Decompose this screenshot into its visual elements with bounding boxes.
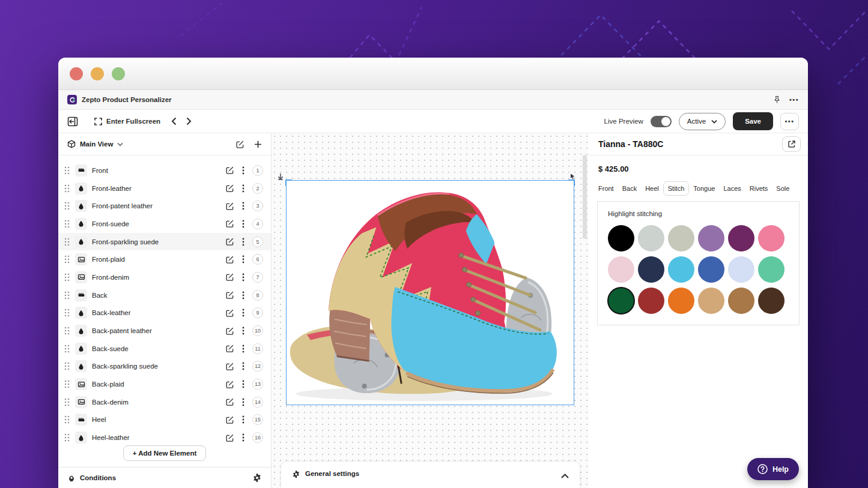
sidebar-item-front-leather[interactable]: Front-leather 2 <box>58 179 271 197</box>
drag-handle-icon[interactable] <box>64 202 70 210</box>
enter-fullscreen-button[interactable]: Enter Fullscreen <box>94 118 160 125</box>
edit-element-button[interactable] <box>225 415 234 424</box>
edit-element-button[interactable] <box>225 327 234 336</box>
element-menu-button[interactable] <box>242 184 244 193</box>
tab-heel[interactable]: Heel <box>641 182 663 195</box>
tab-tongue[interactable]: Tongue <box>689 182 719 195</box>
status-select[interactable]: Active <box>679 113 726 130</box>
pin-icon[interactable] <box>773 95 781 104</box>
tab-sole[interactable]: Sole <box>772 182 794 195</box>
sidebar-item-front[interactable]: Front 1 <box>58 161 271 179</box>
sidebar-item-front-suede[interactable]: Front-suede 4 <box>58 215 271 233</box>
drag-handle-icon[interactable] <box>64 327 70 335</box>
drag-handle-icon[interactable] <box>64 273 70 282</box>
element-menu-button[interactable] <box>242 327 244 335</box>
element-menu-button[interactable] <box>242 220 244 228</box>
drag-handle-icon[interactable] <box>64 309 70 317</box>
swatch-5fc8a0[interactable] <box>758 256 785 283</box>
tab-rivets[interactable]: Rivets <box>745 182 772 195</box>
swatch-6e2762[interactable] <box>728 225 754 252</box>
sidebar-item-back-sparkling-suede[interactable]: Back-sparkling suede 12 <box>58 358 271 376</box>
edit-element-button[interactable] <box>225 344 234 353</box>
add-new-element-button[interactable]: + Add New Element <box>123 445 207 461</box>
element-menu-button[interactable] <box>242 273 244 282</box>
close-window-button[interactable] <box>70 67 83 80</box>
drag-handle-icon[interactable] <box>64 255 70 264</box>
element-menu-button[interactable] <box>242 309 244 317</box>
sidebar-item-back-patent-leather[interactable]: Back-patent leather 10 <box>58 322 271 340</box>
edit-view-button[interactable] <box>235 140 244 149</box>
edit-element-button[interactable] <box>225 380 234 389</box>
swatch-e8731f[interactable] <box>668 288 694 314</box>
sidebar-item-back-leather[interactable]: Back-leather 9 <box>58 304 271 322</box>
view-selector-label[interactable]: Main View <box>80 140 113 148</box>
edit-element-button[interactable] <box>225 219 234 228</box>
element-menu-button[interactable] <box>242 166 244 175</box>
sidebar-item-front-plaid[interactable]: Front-plaid 6 <box>58 250 271 268</box>
sidebar-item-front-patent-leather[interactable]: Front-patent leather 3 <box>58 197 271 215</box>
edit-element-button[interactable] <box>225 362 234 371</box>
drag-handle-icon[interactable] <box>64 398 70 406</box>
swatch-9e2f2f[interactable] <box>638 288 664 314</box>
open-external-button[interactable] <box>782 136 801 152</box>
edit-element-button[interactable] <box>225 184 234 193</box>
element-menu-button[interactable] <box>242 415 244 424</box>
drag-handle-icon[interactable] <box>64 238 70 246</box>
zoom-window-button[interactable] <box>112 67 125 80</box>
edit-element-button[interactable] <box>225 309 234 318</box>
design-canvas[interactable]: General settings <box>272 133 589 488</box>
sidebar-item-back[interactable]: Back 8 <box>58 286 271 304</box>
swatch-0b5c30[interactable] <box>608 288 634 314</box>
help-button[interactable]: Help <box>747 458 799 480</box>
drag-handle-icon[interactable] <box>64 166 70 175</box>
sidebar-item-front-denim[interactable]: Front-denim 7 <box>58 268 271 286</box>
sidebar-item-back-denim[interactable]: Back-denim 14 <box>58 393 271 411</box>
toolbar-more-button[interactable]: ••• <box>780 113 799 130</box>
undo-back-button[interactable] <box>171 117 177 125</box>
general-settings-bar[interactable]: General settings <box>281 461 580 488</box>
element-menu-button[interactable] <box>242 380 244 388</box>
sidebar-item-back-plaid[interactable]: Back-plaid 13 <box>58 375 271 393</box>
live-preview-toggle[interactable] <box>651 116 672 127</box>
sidebar-item-front-sparkling-suede[interactable]: Front-sparkling suede 5 <box>58 233 271 251</box>
drag-handle-icon[interactable] <box>64 220 70 228</box>
element-menu-button[interactable] <box>242 238 244 246</box>
selection-corner-tl[interactable] <box>285 179 292 186</box>
drag-handle-icon[interactable] <box>64 433 70 442</box>
sidebar-item-heel-leather[interactable]: Heel-leather 16 <box>58 429 271 445</box>
tab-back[interactable]: Back <box>618 182 641 195</box>
swatch-4a3020[interactable] <box>758 288 785 314</box>
drag-handle-icon[interactable] <box>64 345 70 353</box>
element-menu-button[interactable] <box>242 291 244 300</box>
element-menu-button[interactable] <box>242 362 244 370</box>
tab-stitch[interactable]: Stitch <box>663 181 690 196</box>
collapse-chevron-icon[interactable] <box>561 470 569 481</box>
swatch-263250[interactable] <box>638 256 664 283</box>
edit-element-button[interactable] <box>225 202 234 211</box>
save-button[interactable]: Save <box>733 112 773 130</box>
edit-element-button[interactable] <box>225 237 234 246</box>
redo-forward-button[interactable] <box>186 117 192 125</box>
edit-element-button[interactable] <box>225 433 234 442</box>
drag-handle-icon[interactable] <box>64 184 70 193</box>
conditions-settings-button[interactable] <box>252 473 262 483</box>
tab-laces[interactable]: Laces <box>719 182 745 195</box>
swatch-d3a878[interactable] <box>698 288 724 314</box>
product-image-selection[interactable] <box>286 180 574 405</box>
edit-element-button[interactable] <box>225 255 234 264</box>
tab-front[interactable]: Front <box>594 182 618 195</box>
edit-element-button[interactable] <box>225 166 234 175</box>
edit-element-button[interactable] <box>225 291 234 300</box>
chevron-down-icon[interactable] <box>117 142 123 146</box>
swatch-ef7f9d[interactable] <box>758 225 785 252</box>
swatch-3d62ae[interactable] <box>698 256 724 283</box>
swatch-000000[interactable] <box>608 225 634 252</box>
element-menu-button[interactable] <box>242 255 244 264</box>
add-view-button[interactable] <box>254 140 262 148</box>
element-menu-button[interactable] <box>242 345 244 353</box>
drag-handle-icon[interactable] <box>64 362 70 370</box>
edit-element-button[interactable] <box>225 273 234 282</box>
swatch-ccd2cd[interactable] <box>638 225 664 252</box>
exit-editor-button[interactable] <box>67 116 79 127</box>
minimize-window-button[interactable] <box>91 67 104 80</box>
